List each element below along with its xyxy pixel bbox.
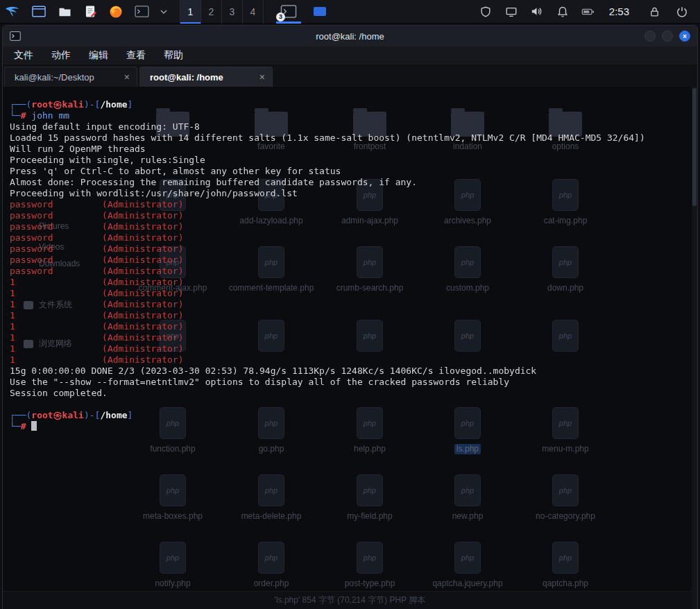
tab-1[interactable]: root@kali: /home× xyxy=(139,67,273,87)
terminal-line: Proceeding with wordlist:/usr/share/john… xyxy=(10,188,692,199)
terminal-output: ┌──(root㉿kali)-[/home]└─# john mmUsing d… xyxy=(3,87,697,609)
panel-clock[interactable]: 2:53 xyxy=(609,6,629,17)
title-bar[interactable]: root@kali: /home × xyxy=(3,26,697,46)
terminal-line: password (Administrator) xyxy=(10,243,692,255)
taskbar-firefox-button[interactable] xyxy=(108,3,124,20)
volume-icon xyxy=(530,5,543,18)
taskbar-terminal-button[interactable] xyxy=(133,3,150,20)
tab-0[interactable]: kali@kali:~/Desktop× xyxy=(4,67,137,87)
terminal-line: Press 'q' or Ctrl-C to abort, almost any… xyxy=(10,166,692,177)
tray-notifications-button[interactable] xyxy=(555,4,570,19)
menu-item-3[interactable]: 查看 xyxy=(126,49,146,62)
menu-item-0[interactable]: 文件 xyxy=(14,49,33,62)
terminal-line: 1 (Administrator) xyxy=(10,299,692,310)
menu-bar: 文件动作编辑查看帮助 xyxy=(3,46,697,65)
close-button[interactable]: × xyxy=(679,31,690,42)
taskbar xyxy=(31,3,169,20)
terminal-line: password (Administrator) xyxy=(10,199,692,210)
text-editor-icon xyxy=(85,5,96,18)
scrollbar-thumb[interactable] xyxy=(692,88,697,206)
menu-item-2[interactable]: 编辑 xyxy=(89,49,108,62)
workspace-switcher: 1234 xyxy=(180,0,264,24)
terminal-line: 1 (Administrator) xyxy=(10,288,692,299)
taskbar-editor-button[interactable] xyxy=(82,3,99,20)
terminal-line: Loaded 15 password hashes with 14 differ… xyxy=(10,132,692,144)
shield-icon xyxy=(479,6,492,18)
terminal-line: Session completed. xyxy=(10,388,692,399)
kali-logo-icon xyxy=(4,3,23,19)
taskbar-window-button[interactable] xyxy=(31,3,47,20)
terminal-icon xyxy=(135,6,149,17)
terminal-line: password (Administrator) xyxy=(10,255,692,266)
kali-menu-button[interactable] xyxy=(0,0,26,24)
tab-close-icon[interactable]: × xyxy=(114,71,130,83)
terminal-line: 1 (Administrator) xyxy=(10,332,692,343)
terminal-body[interactable]: 'ls.php' 854 字节 (70,214 字节) PHP 脚本 Pictu… xyxy=(3,87,697,609)
workspace-3[interactable]: 3 xyxy=(222,0,243,24)
terminal-line: Proceeding with single, rules:Single xyxy=(10,155,692,166)
tab-close-icon[interactable]: × xyxy=(250,71,265,83)
maximize-button[interactable] xyxy=(662,31,673,42)
display-icon xyxy=(505,6,518,18)
terminal-line: ┌──(root㉿kali)-[/home] xyxy=(10,99,692,110)
terminal-line: password (Administrator) xyxy=(10,210,692,221)
tray-display-button[interactable] xyxy=(504,4,519,19)
workspace-1[interactable]: 1 xyxy=(180,0,201,24)
tray-battery-button[interactable] xyxy=(581,4,596,19)
firefox-icon xyxy=(109,5,123,19)
terminal-line: Using default input encoding: UTF-8 xyxy=(10,121,692,132)
tray-shield-button[interactable] xyxy=(478,4,493,19)
terminal-line: 1 (Administrator) xyxy=(10,321,692,332)
window-list-dropdown[interactable] xyxy=(159,9,169,15)
power-icon xyxy=(676,6,688,18)
window-controls: × xyxy=(644,31,690,42)
terminal-line: password (Administrator) xyxy=(10,232,692,243)
terminal-window: root@kali: /home × 文件动作编辑查看帮助 kali@kali:… xyxy=(2,25,698,609)
taskbar-files-button[interactable] xyxy=(56,3,73,20)
terminal-line: Use the "--show --format=netntlmv2" opti… xyxy=(10,377,692,388)
terminal-cursor xyxy=(31,421,37,431)
terminal-line: 1 (Administrator) xyxy=(10,277,692,288)
window-title: root@kali: /home xyxy=(3,31,697,42)
minimize-button[interactable] xyxy=(644,31,656,42)
terminal-line: 1 (Administrator) xyxy=(10,354,692,366)
tab-bar: kali@kali:~/Desktop×root@kali: /home× xyxy=(3,65,697,87)
chevron-down-icon xyxy=(160,9,167,15)
folder-icon xyxy=(58,6,71,17)
tab-label: root@kali: /home xyxy=(150,72,223,83)
terminal-line: Almost done: Processing the remaining bu… xyxy=(10,177,692,188)
terminal-line: 1 (Administrator) xyxy=(10,310,692,321)
window-count-badge: 3 xyxy=(276,12,285,22)
terminal-line: └─# john mm xyxy=(10,110,692,121)
terminal-line: password (Administrator) xyxy=(10,266,692,277)
menu-item-4[interactable]: 帮助 xyxy=(164,49,183,62)
top-panel: 1234 3 2:53 xyxy=(0,0,700,24)
terminal-line: Will run 2 OpenMP threads xyxy=(10,144,692,155)
lock-icon xyxy=(649,6,660,18)
session-controls xyxy=(646,3,690,20)
lock-button[interactable] xyxy=(646,3,663,20)
workspace-2[interactable]: 2 xyxy=(201,0,222,24)
tab-label: kali@kali:~/Desktop xyxy=(15,72,94,83)
workspace-4[interactable]: 4 xyxy=(243,0,264,24)
taskbar-terminal-window[interactable]: 3 xyxy=(276,0,301,24)
terminal-line: password (Administrator) xyxy=(10,221,692,232)
tray-volume-button[interactable] xyxy=(529,4,545,19)
window-icon xyxy=(32,6,46,17)
terminal-line: └─# xyxy=(10,421,692,432)
terminal-line xyxy=(10,399,692,410)
terminal-line: 1 (Administrator) xyxy=(10,343,692,354)
bell-icon xyxy=(556,6,569,18)
system-tray: 2:53 xyxy=(478,4,632,19)
battery-icon xyxy=(581,6,595,18)
terminal-line: ┌──(root㉿kali)-[/home] xyxy=(10,410,692,421)
power-button[interactable] xyxy=(674,3,690,20)
taskbar-files-window[interactable] xyxy=(314,7,326,16)
menu-item-1[interactable]: 动作 xyxy=(51,49,71,62)
terminal-scrollbar[interactable] xyxy=(692,87,697,609)
terminal-line: 15g 0:00:00:00 DONE 2/3 (2023-03-30 02:5… xyxy=(10,366,692,377)
